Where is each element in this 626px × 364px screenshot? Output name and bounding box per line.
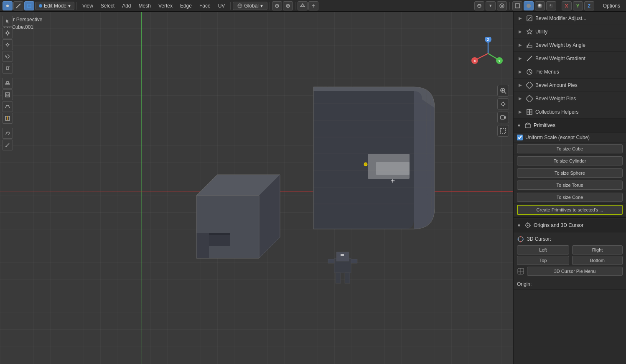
toolbar-right: ▾ X Y Z Options xyxy=(474,1,623,10)
overlay-icon[interactable] xyxy=(474,1,484,10)
loop-cut-tool[interactable] xyxy=(2,113,13,124)
menu-vertex[interactable]: Vertex xyxy=(155,2,176,10)
mode-icon-1[interactable] xyxy=(3,1,13,10)
origins-section-header[interactable]: ▼ Origins and 3D Cursor xyxy=(514,219,626,232)
panel-item-bevel-weight-gradient[interactable]: ▶ Bevel Weight Gradient xyxy=(514,52,626,65)
bevel-tool[interactable] xyxy=(2,101,13,112)
menu-mesh[interactable]: Mesh xyxy=(135,2,154,10)
svg-rect-51 xyxy=(209,233,230,235)
svg-point-0 xyxy=(6,5,9,7)
cursor-3d-label: 3D Cursor: xyxy=(527,236,551,242)
svg-rect-75 xyxy=(501,116,504,119)
cursor-right-btn[interactable]: Right xyxy=(572,245,623,255)
panel-item-bevel-amount-pies[interactable]: ▶ Bevel Amount Pies xyxy=(514,79,626,92)
options-label[interactable]: Options xyxy=(600,2,623,10)
menu-view[interactable]: View xyxy=(79,2,97,10)
primitives-section-header[interactable]: ▼ Primitives xyxy=(514,119,626,132)
top-toolbar: Edit Mode ▾ View Select Add Mesh Vertex … xyxy=(0,0,626,12)
measure-tool[interactable] xyxy=(2,140,13,150)
annotate-tool[interactable] xyxy=(2,128,13,139)
to-size-cone-btn[interactable]: To size Cone xyxy=(517,193,623,202)
robot-svg xyxy=(322,246,364,288)
panel-item-pie-menus[interactable]: ▶ Pie Menus xyxy=(514,65,626,79)
menu-uv[interactable]: UV xyxy=(215,2,229,10)
mode-icon-2[interactable] xyxy=(13,1,23,10)
cursor-pie-row: 3D Cursor Pie Menu xyxy=(517,265,623,277)
panel-item-bevel-modifier[interactable]: ▶ Bevel Modifier Adjust... xyxy=(514,12,626,25)
utility-icon xyxy=(525,28,534,36)
gizmo-y[interactable]: Y xyxy=(573,1,583,10)
expand-collections-helpers[interactable]: ▶ xyxy=(517,109,524,115)
uniform-scale-label[interactable]: Uniform Scale (except Cube) xyxy=(525,135,590,140)
bevel-weight-angle-label: Bevel Weight by Angle xyxy=(535,42,623,48)
cursor-pie-menu-btn[interactable]: 3D Cursor Pie Menu xyxy=(527,267,623,276)
expand-utility[interactable]: ▶ xyxy=(517,28,524,35)
panel-item-utility[interactable]: ▶ Utility xyxy=(514,25,626,38)
to-size-cylinder-row: To size Cylinder xyxy=(514,155,626,167)
sep-4 xyxy=(295,2,295,10)
bevel-modifier-icon xyxy=(525,14,534,23)
to-size-sphere-btn[interactable]: To size Sphere xyxy=(517,168,623,178)
panel-item-bevel-weight-angle[interactable]: ▶ Bevel Weight by Angle xyxy=(514,38,626,52)
menu-select[interactable]: Select xyxy=(97,2,118,10)
pivot-icon[interactable] xyxy=(272,1,282,10)
shading-material[interactable] xyxy=(535,1,545,10)
cursor-tool[interactable] xyxy=(2,28,13,38)
menu-edge[interactable]: Edge xyxy=(177,2,195,10)
mode-icon-3[interactable] xyxy=(24,1,34,10)
expand-bevel-modifier[interactable]: ▶ xyxy=(517,15,524,22)
scale-tool[interactable] xyxy=(2,63,13,74)
gizmo-z[interactable]: Z xyxy=(584,1,594,10)
uniform-scale-row[interactable]: Uniform Scale (except Cube) xyxy=(514,132,626,143)
viewport[interactable]: User Perspective (1) Cube.001 xyxy=(0,12,513,364)
panel-item-bevel-weight-pies[interactable]: ▶ Bevel Weight Pies xyxy=(514,92,626,105)
create-primitives-btn[interactable]: Create Primitives to selected's ... xyxy=(517,205,623,215)
extrude-tool[interactable] xyxy=(2,78,13,89)
to-size-cylinder-btn[interactable]: To size Cylinder xyxy=(517,156,623,165)
expand-bevel-weight-angle[interactable]: ▶ xyxy=(517,42,524,48)
bevel-cube-svg xyxy=(293,79,435,237)
orientation-gizmo[interactable]: Z Y X xyxy=(471,37,505,70)
svg-point-7 xyxy=(277,5,278,6)
cursor-top-btn[interactable]: Top xyxy=(517,256,569,265)
menu-face[interactable]: Face xyxy=(196,2,214,10)
pan-icon[interactable] xyxy=(497,98,509,110)
mode-selector[interactable]: Edit Mode ▾ xyxy=(35,2,74,10)
svg-line-81 xyxy=(527,56,532,61)
inset-tool[interactable] xyxy=(2,89,13,100)
svg-point-48 xyxy=(364,163,367,166)
move-tool[interactable] xyxy=(2,39,13,50)
snap-icon[interactable] xyxy=(298,1,308,10)
svg-line-1 xyxy=(16,4,20,8)
shading-solid[interactable] xyxy=(524,1,534,10)
shading-wire[interactable] xyxy=(512,1,522,10)
menu-add[interactable]: Add xyxy=(119,2,134,10)
svg-rect-28 xyxy=(7,81,8,84)
expand-bevel-weight-gradient[interactable]: ▶ xyxy=(517,55,524,62)
to-size-cube-btn[interactable]: To size Cube xyxy=(517,144,623,153)
shading-rendered[interactable] xyxy=(546,1,556,10)
sep-3 xyxy=(270,2,270,10)
cursor-bottom-btn[interactable]: Bottom xyxy=(572,256,623,265)
uniform-scale-checkbox[interactable] xyxy=(517,135,523,140)
panel-item-collections-helpers[interactable]: ▶ Collections Helpers xyxy=(514,105,626,119)
zoom-icon[interactable] xyxy=(497,85,509,97)
expand-bevel-weight-pies[interactable]: ▶ xyxy=(517,95,524,102)
rotate-tool[interactable] xyxy=(2,51,13,62)
cursor-left-btn[interactable]: Left xyxy=(517,245,569,255)
snap-type-icon[interactable] xyxy=(308,1,318,10)
expand-pie-menus[interactable]: ▶ xyxy=(517,69,524,75)
overlay-dropdown[interactable]: ▾ xyxy=(486,1,496,10)
global-selector[interactable]: Global ▾ xyxy=(233,2,267,10)
select-tool[interactable] xyxy=(2,16,13,27)
gizmo-x[interactable]: X xyxy=(562,1,572,10)
robot-figure xyxy=(322,246,364,288)
xray-icon[interactable] xyxy=(497,1,507,10)
camera-view-icon[interactable] xyxy=(497,112,509,123)
proportional-icon[interactable] xyxy=(283,1,293,10)
to-size-torus-btn[interactable]: To size Torus xyxy=(517,181,623,190)
small-notched-cube xyxy=(184,171,284,271)
render-region-icon[interactable] xyxy=(497,125,509,137)
gizmo-svg: Z Y X xyxy=(471,37,505,70)
expand-bevel-amount-pies[interactable]: ▶ xyxy=(517,82,524,89)
